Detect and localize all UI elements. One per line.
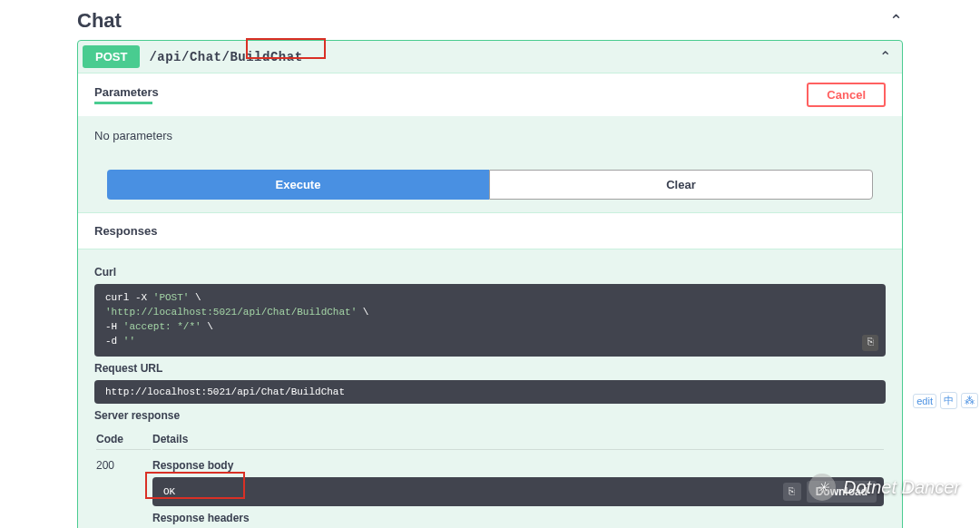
edit-tool-icon[interactable]: edit — [913, 394, 936, 408]
side-toolbar: edit 中 ⁂ — [913, 392, 978, 409]
method-badge: POST — [83, 45, 140, 68]
t: -d — [105, 336, 123, 347]
t: -H — [105, 321, 123, 332]
chevron-up-icon: ⌃ — [879, 48, 891, 65]
operation-summary[interactable]: POST /api/Chat/BuildChat ⌃ — [78, 41, 902, 73]
more-tool-icon[interactable]: ⁂ — [961, 393, 978, 408]
server-response-label: Server response — [94, 409, 886, 422]
responses-body: Curl curl -X 'POST' \ 'http://localhost:… — [78, 249, 902, 528]
copy-icon[interactable]: ⎘ — [783, 483, 801, 501]
lang-tool-icon[interactable]: 中 — [940, 392, 957, 409]
t: \ — [189, 292, 201, 303]
t: 'accept: */*' — [123, 321, 201, 332]
t: \ — [201, 321, 213, 332]
t: \ — [357, 307, 368, 318]
body-actions: ⎘ Download — [783, 481, 877, 503]
no-parameters-text: No parameters — [94, 129, 886, 142]
request-url-block: http://localhost:5021/api/Chat/BuildChat — [94, 380, 886, 404]
response-headers-label: Response headers — [152, 512, 884, 524]
response-body-block: OK ⎘ Download — [152, 477, 884, 506]
download-button[interactable]: Download — [807, 481, 877, 503]
t: '' — [123, 336, 135, 347]
curl-label: Curl — [94, 266, 886, 279]
t: 'POST' — [153, 292, 190, 303]
status-code: 200 — [96, 452, 151, 528]
cancel-button[interactable]: Cancel — [807, 83, 886, 107]
parameters-header: Parameters Cancel — [78, 73, 902, 116]
t: 'http://localhost:5021/api/Chat/BuildCha… — [105, 307, 357, 318]
server-response-table: Code Details 200 Response body OK ⎘ Down… — [94, 427, 886, 528]
execute-button[interactable]: Execute — [107, 170, 489, 200]
chevron-up-icon: ⌃ — [889, 11, 903, 31]
highlight-box — [145, 472, 245, 499]
curl-block: curl -X 'POST' \ 'http://localhost:5021/… — [94, 284, 886, 357]
t: curl -X — [105, 292, 153, 303]
parameters-title: Parameters — [94, 85, 159, 99]
responses-title: Responses — [78, 212, 902, 249]
operation-path: /api/Chat/BuildChat — [149, 50, 302, 64]
request-url-label: Request URL — [94, 362, 886, 375]
details-header: Details — [152, 429, 884, 450]
underline — [94, 102, 152, 104]
tag-title: Chat — [77, 9, 122, 33]
table-row: 200 Response body OK ⎘ Download Response… — [96, 452, 884, 528]
action-row: Execute Clear — [94, 170, 886, 200]
parameters-body: No parameters Execute Clear — [78, 116, 902, 212]
code-header: Code — [96, 429, 151, 450]
operation-block: POST /api/Chat/BuildChat ⌃ Parameters Ca… — [77, 40, 903, 528]
copy-icon[interactable]: ⎘ — [862, 335, 878, 351]
tag-header[interactable]: Chat ⌃ — [77, 0, 903, 40]
response-body-label: Response body — [152, 459, 884, 472]
clear-button[interactable]: Clear — [489, 170, 873, 200]
response-body-text: OK — [163, 486, 175, 497]
